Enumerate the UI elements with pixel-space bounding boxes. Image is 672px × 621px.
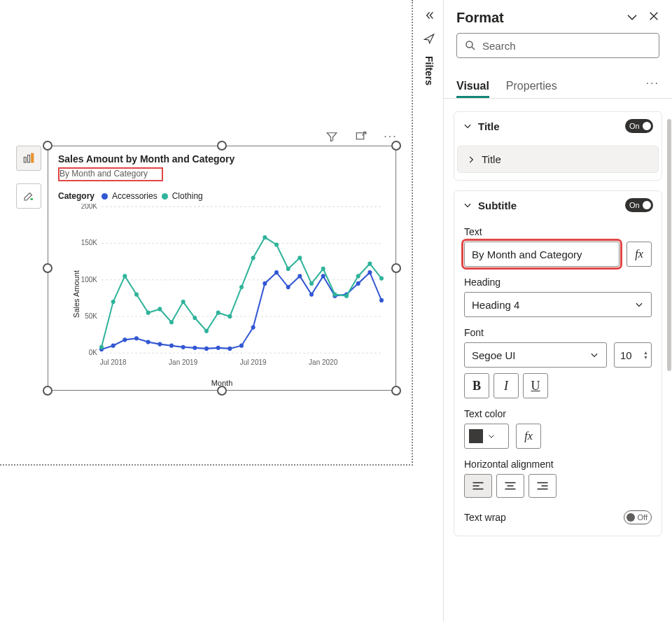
legend-series-1: Clothing xyxy=(172,191,203,201)
visual-fields-button[interactable] xyxy=(16,146,41,171)
subtitle-text-input[interactable]: By Month and Category xyxy=(464,242,620,267)
svg-point-53 xyxy=(216,311,220,315)
svg-point-60 xyxy=(298,256,302,260)
section-subtitle-label: Subtitle xyxy=(478,200,517,211)
svg-point-58 xyxy=(274,242,279,246)
chart-plot: 0K50K100K150K200K Jul 2018Jan 2019Jul 20… xyxy=(78,204,386,370)
svg-point-52 xyxy=(204,329,209,333)
svg-point-26 xyxy=(192,346,197,350)
svg-point-66 xyxy=(368,262,372,266)
svg-text:100K: 100K xyxy=(81,276,98,284)
svg-point-67 xyxy=(379,276,384,280)
section-subtitle: Subtitle On Text By Month and Category f… xyxy=(454,190,662,536)
subtitle-text-label: Text xyxy=(464,226,652,237)
filters-label[interactable]: Filters xyxy=(424,56,435,85)
svg-point-68 xyxy=(466,41,472,48)
subtitle-text-fx-button[interactable]: fx xyxy=(626,242,652,267)
resize-handle[interactable] xyxy=(391,386,401,396)
expand-pane-icon[interactable] xyxy=(626,11,638,25)
svg-point-36 xyxy=(309,292,314,296)
resize-handle[interactable] xyxy=(217,141,227,151)
spinner-arrows-icon: ▲▼ xyxy=(643,350,648,360)
tabs-more-icon[interactable]: ··· xyxy=(646,77,659,90)
svg-point-31 xyxy=(251,325,255,329)
italic-button[interactable]: I xyxy=(493,373,519,398)
underline-button[interactable]: U xyxy=(523,373,548,398)
svg-text:Jan 2019: Jan 2019 xyxy=(169,358,197,366)
svg-rect-0 xyxy=(24,158,26,163)
svg-point-40 xyxy=(356,281,360,286)
subtitle-heading-select[interactable]: Heading 4 xyxy=(464,292,652,317)
svg-point-41 xyxy=(368,270,372,274)
subsection-title[interactable]: Title xyxy=(457,146,659,173)
subtitle-color-fx-button[interactable]: fx xyxy=(516,424,541,449)
svg-point-23 xyxy=(158,342,162,347)
title-toggle[interactable]: On xyxy=(625,119,653,133)
resize-handle[interactable] xyxy=(391,141,401,151)
visual-selection[interactable]: Sales Amount by Month and Category By Mo… xyxy=(48,146,396,391)
bold-button[interactable]: B xyxy=(464,373,489,398)
resize-handle[interactable] xyxy=(391,263,401,273)
svg-text:200K: 200K xyxy=(81,204,98,210)
subtitle-wrap-toggle[interactable]: Off xyxy=(624,510,652,524)
svg-point-19 xyxy=(111,344,115,348)
legend-swatch xyxy=(102,193,108,200)
section-subtitle-header[interactable]: Subtitle On xyxy=(454,191,662,219)
align-right-icon xyxy=(536,481,549,491)
svg-point-51 xyxy=(192,316,197,320)
focus-mode-icon[interactable] xyxy=(354,130,368,144)
close-pane-icon[interactable] xyxy=(648,11,659,25)
svg-point-65 xyxy=(356,274,360,278)
filters-icon[interactable] xyxy=(424,33,435,46)
format-pane: Format Search Visual Properties ··· xyxy=(444,0,672,621)
align-center-button[interactable] xyxy=(496,474,524,498)
chevron-right-icon xyxy=(466,155,476,165)
pane-scrollbar[interactable] xyxy=(666,119,672,621)
subtitle-font-select[interactable]: Segoe UI xyxy=(464,342,607,368)
collapse-left-icon[interactable] xyxy=(424,10,435,23)
align-right-button[interactable] xyxy=(528,474,556,498)
section-title-header[interactable]: Title On xyxy=(454,112,662,140)
svg-point-28 xyxy=(216,346,220,350)
subtitle-wrap-label: Text wrap xyxy=(464,512,506,523)
filter-icon[interactable] xyxy=(325,130,339,144)
subtitle-color-label: Text color xyxy=(464,408,652,419)
paintbrush-icon xyxy=(22,190,35,202)
bar-chart-icon xyxy=(22,152,35,165)
svg-point-50 xyxy=(181,300,186,304)
subtitle-font-label: Font xyxy=(464,327,652,338)
tab-properties[interactable]: Properties xyxy=(506,80,557,98)
align-left-button[interactable] xyxy=(464,474,492,498)
scrollbar-thumb[interactable] xyxy=(667,119,671,371)
format-search-input[interactable]: Search xyxy=(456,33,659,58)
svg-point-47 xyxy=(146,311,150,315)
tab-visual[interactable]: Visual xyxy=(456,80,489,98)
resize-handle[interactable] xyxy=(43,141,52,151)
chart-subtitle: By Month and Category xyxy=(58,167,163,181)
subtitle-fontsize-input[interactable]: 10 ▲▼ xyxy=(614,342,652,368)
section-title-label: Title xyxy=(478,120,500,132)
search-placeholder: Search xyxy=(482,40,652,52)
subtitle-color-picker[interactable] xyxy=(464,424,509,449)
svg-point-42 xyxy=(379,298,384,302)
visual-format-button[interactable] xyxy=(16,183,41,209)
subtitle-toggle[interactable]: On xyxy=(625,198,653,212)
resize-handle[interactable] xyxy=(43,386,52,396)
chevron-down-icon xyxy=(589,350,599,360)
resize-handle[interactable] xyxy=(43,263,52,273)
svg-point-56 xyxy=(251,256,255,260)
line-chart-visual: Sales Amount by Month and Category By Mo… xyxy=(48,146,396,390)
svg-point-33 xyxy=(274,270,279,274)
svg-point-62 xyxy=(321,267,326,271)
svg-point-29 xyxy=(227,347,232,351)
svg-point-45 xyxy=(122,274,127,278)
svg-point-55 xyxy=(239,285,244,289)
subtitle-heading-label: Heading xyxy=(464,277,652,288)
svg-point-27 xyxy=(204,347,209,351)
resize-handle[interactable] xyxy=(217,386,227,396)
chart-title: Sales Amount by Month and Category xyxy=(58,153,386,165)
svg-point-59 xyxy=(286,267,290,271)
svg-text:Jul 2018: Jul 2018 xyxy=(100,358,127,366)
svg-point-21 xyxy=(134,336,139,340)
color-swatch-icon xyxy=(469,429,483,443)
